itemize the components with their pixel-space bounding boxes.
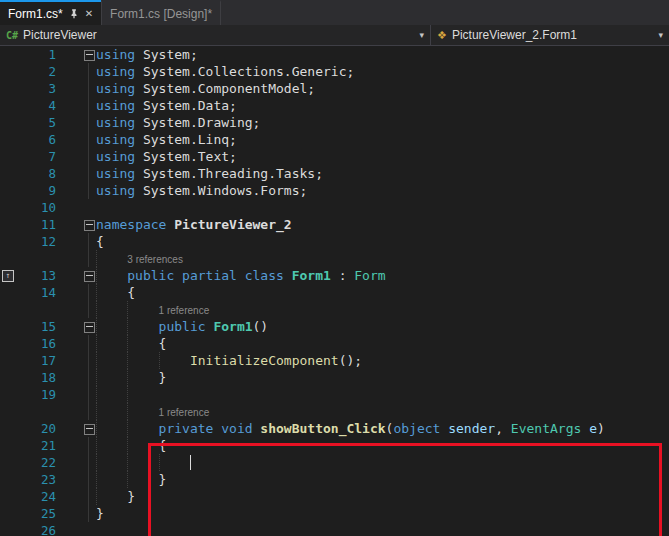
code-text[interactable]: public partial class Form1 : Form [96, 267, 669, 284]
code-text[interactable] [96, 454, 669, 471]
indent-guide [127, 318, 129, 335]
code-text[interactable]: using System.Collections.Generic; [96, 63, 669, 80]
collapse-icon[interactable] [84, 424, 95, 435]
code-line-3: 3using System.ComponentModel; [0, 80, 669, 97]
fold-region-line [88, 284, 89, 301]
code-token: } [159, 370, 167, 385]
line-number[interactable]: 6 [16, 131, 56, 148]
code-text[interactable]: using System.Text; [96, 148, 669, 165]
indent-guide [127, 386, 129, 403]
tab-form1-cs-design[interactable]: Form1.cs [Design]* [101, 0, 221, 25]
line-number[interactable]: 10 [16, 199, 56, 216]
fold-region-line [88, 488, 89, 505]
line-number[interactable]: 24 [16, 488, 56, 505]
csharp-project-icon: C# [6, 30, 18, 41]
code-line-7: 7using System.Text; [0, 148, 669, 165]
line-number[interactable]: 3 [16, 80, 56, 97]
type-dropdown[interactable]: ❖ PictureViewer_2.Form1 ▾ [431, 25, 669, 45]
line-number[interactable]: 17 [16, 352, 56, 369]
code-text[interactable]: using System.Drawing; [96, 114, 669, 131]
indent-guide [96, 352, 98, 369]
code-text[interactable] [96, 386, 669, 403]
code-text[interactable] [96, 199, 669, 216]
close-icon[interactable]: ✕ [85, 9, 93, 19]
project-dropdown[interactable]: C# PictureViewer ▾ [0, 25, 431, 45]
fold-margin [82, 505, 96, 522]
line-number[interactable]: 9 [16, 182, 56, 199]
line-number[interactable]: 4 [16, 97, 56, 114]
collapse-icon[interactable] [84, 220, 95, 231]
codelens-row: 1 reference [0, 403, 669, 420]
line-number[interactable]: 22 [16, 454, 56, 471]
collapse-icon[interactable] [84, 50, 95, 61]
code-line-12: 12{ [0, 233, 669, 250]
code-text[interactable]: namespace PictureViewer_2 [96, 216, 669, 233]
codelens-line[interactable]: 1 reference [96, 301, 669, 318]
code-text[interactable]: using System.Threading.Tasks; [96, 165, 669, 182]
code-token: System.Windows.Forms; [135, 183, 307, 198]
code-text[interactable]: } [96, 471, 669, 488]
code-text[interactable]: using System.Windows.Forms; [96, 182, 669, 199]
glyph-margin [0, 403, 16, 420]
code-text[interactable]: } [96, 505, 669, 522]
codelens-references[interactable]: 1 reference [159, 407, 210, 418]
code-text[interactable]: using System.ComponentModel; [96, 80, 669, 97]
line-number[interactable]: 23 [16, 471, 56, 488]
collapse-icon[interactable] [84, 322, 95, 333]
codelens-line[interactable]: 3 references [96, 250, 669, 267]
code-text[interactable]: } [96, 488, 669, 505]
line-number[interactable]: 12 [16, 233, 56, 250]
fold-region-line [88, 369, 89, 386]
fold-region-line [88, 454, 89, 471]
line-number[interactable]: 26 [16, 522, 56, 536]
line-number[interactable]: 5 [16, 114, 56, 131]
codelens-references[interactable]: 1 reference [159, 305, 210, 316]
fold-region-line [88, 182, 89, 199]
inheritance-margin-icon[interactable]: ↑ [2, 270, 14, 282]
fold-margin [82, 97, 96, 114]
code-text[interactable]: using System.Linq; [96, 131, 669, 148]
code-token: InitializeComponent [190, 353, 339, 368]
code-line-1: 1using System; [0, 46, 669, 63]
glyph-margin [0, 250, 16, 267]
line-number[interactable]: 14 [16, 284, 56, 301]
codelens-line[interactable]: 1 reference [96, 403, 669, 420]
code-text[interactable]: InitializeComponent(); [96, 352, 669, 369]
codelens-references[interactable]: 3 references [127, 254, 183, 265]
line-number[interactable]: 8 [16, 165, 56, 182]
collapse-icon[interactable] [84, 271, 95, 282]
line-number[interactable]: 7 [16, 148, 56, 165]
code-text[interactable]: { [96, 437, 669, 454]
line-number[interactable]: 21 [16, 437, 56, 454]
code-text[interactable] [96, 522, 669, 536]
code-text[interactable]: private void showButton_Click(object sen… [96, 420, 669, 437]
code-token: { [159, 336, 167, 351]
line-number[interactable]: 13 [16, 267, 56, 284]
line-number[interactable]: 2 [16, 63, 56, 80]
code-token: () [253, 319, 269, 334]
glyph-margin [0, 165, 16, 182]
line-number[interactable]: 11 [16, 216, 56, 233]
line-number[interactable]: 15 [16, 318, 56, 335]
code-text[interactable]: using System; [96, 46, 669, 63]
pin-icon[interactable] [69, 8, 79, 19]
line-number[interactable]: 25 [16, 505, 56, 522]
code-text[interactable]: { [96, 233, 669, 250]
line-number[interactable]: 16 [16, 335, 56, 352]
code-line-10: 10 [0, 199, 669, 216]
code-text[interactable]: public Form1() [96, 318, 669, 335]
line-number[interactable]: 1 [16, 46, 56, 63]
code-text[interactable]: { [96, 284, 669, 301]
tab-form1-cs[interactable]: Form1.cs* ✕ [0, 0, 101, 25]
code-text[interactable]: } [96, 369, 669, 386]
code-text[interactable]: { [96, 335, 669, 352]
code-text[interactable]: using System.Data; [96, 97, 669, 114]
glyph-margin [0, 318, 16, 335]
chevron-down-icon: ▾ [419, 30, 424, 40]
line-number[interactable]: 19 [16, 386, 56, 403]
code-token: using [96, 47, 135, 62]
line-number[interactable]: 20 [16, 420, 56, 437]
line-number[interactable]: 18 [16, 369, 56, 386]
tab-label: Form1.cs* [8, 7, 63, 21]
glyph-margin [0, 352, 16, 369]
